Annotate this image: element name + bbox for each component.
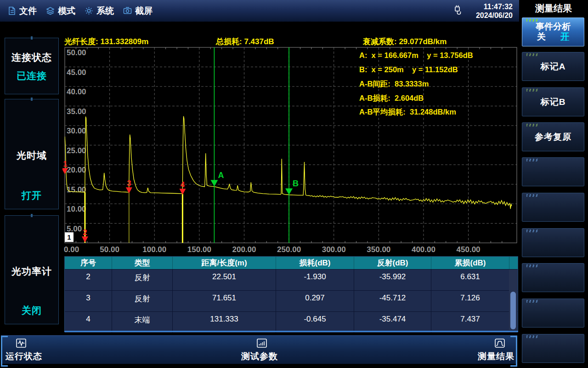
- event-cell: -35.992: [354, 270, 431, 290]
- event-cell: 6.631: [431, 270, 509, 290]
- svg-text:2: 2: [83, 228, 87, 237]
- softkey-empty-9[interactable]: [522, 299, 584, 328]
- softkey-empty-10[interactable]: [522, 334, 584, 363]
- bottom-tab-运行状态[interactable]: 运行状态: [6, 338, 42, 362]
- svg-text:1: 1: [63, 160, 67, 168]
- menu-item-4[interactable]: 截屏: [123, 5, 153, 17]
- softkey-标记B[interactable]: 标记B: [522, 87, 584, 116]
- event-row-3[interactable]: 3反射71.6510.297-45.7127.126: [65, 290, 518, 311]
- svg-text:25.00: 25.00: [67, 146, 86, 155]
- softkey-事件分析[interactable]: 事件分析关开: [522, 17, 584, 46]
- softkey-label: 标记B: [522, 88, 584, 116]
- event-cell: -0.645: [276, 312, 354, 333]
- svg-text:150.00: 150.00: [187, 245, 211, 254]
- event-cell: 7.437: [431, 312, 509, 333]
- menu-item-1[interactable]: 文件: [8, 5, 37, 17]
- bottom-tab-测量结果[interactable]: 测量结果: [478, 338, 514, 362]
- file-icon: [8, 6, 16, 15]
- softkey-label: [522, 193, 584, 221]
- svg-text:300.00: 300.00: [322, 245, 346, 254]
- svg-text:50.00: 50.00: [100, 245, 119, 254]
- event-cell: -35.474: [354, 312, 431, 333]
- event-cell: 7.126: [431, 291, 509, 311]
- menu-item-2[interactable]: 模式: [46, 5, 75, 17]
- svg-text:10.00: 10.00: [67, 205, 86, 213]
- menu-label: 模式: [58, 5, 75, 17]
- softkey-empty-7[interactable]: [522, 228, 584, 257]
- svg-text:350.00: 350.00: [367, 245, 390, 254]
- table-scrollbar-thumb[interactable]: [510, 292, 516, 329]
- svg-text:35.00: 35.00: [67, 107, 86, 116]
- event-cell: 反射: [112, 291, 173, 311]
- event-cell: 末端: [112, 312, 173, 333]
- marker-readout: A: x = 166.667m y = 13.756dBB: x = 250m …: [359, 51, 520, 121]
- bottom-tab-label: 运行状态: [6, 351, 42, 362]
- sidebar-title: 测量结果: [519, 2, 588, 15]
- top-status: 11:47:32 2024/06/20: [452, 2, 519, 20]
- bottom-tab-测试参数[interactable]: 测试参数: [241, 338, 278, 362]
- col-header-2: 类型: [112, 257, 173, 269]
- softkey-标记A[interactable]: 标记A: [522, 52, 584, 81]
- bottom-tab-bar: 运行状态测试参数测量结果: [1, 335, 517, 364]
- svg-text:4: 4: [181, 180, 185, 189]
- event-row-2[interactable]: 2反射22.501-1.930-35.9926.631: [65, 269, 518, 290]
- svg-text:5.00: 5.00: [67, 224, 82, 233]
- layers-icon: [46, 6, 55, 15]
- event-cell: 22.501: [173, 270, 276, 290]
- status-panel-连接状态[interactable]: 连接状态已连接: [5, 38, 59, 94]
- svg-text:30.00: 30.00: [67, 126, 86, 135]
- softkey-sidebar: 测量结果 事件分析关开标记A标记B参考复原: [519, 0, 588, 368]
- date-text: 2024/06/20: [476, 11, 513, 20]
- event-cell: 2: [65, 270, 112, 290]
- softkey-empty-8[interactable]: [522, 263, 584, 292]
- bars-icon: [256, 338, 278, 350]
- svg-text:0.00: 0.00: [64, 245, 79, 254]
- event-cell: 71.651: [173, 291, 276, 311]
- softkey-label: 参考复原: [522, 123, 584, 151]
- col-header-3: 距离/长度(m): [173, 257, 276, 269]
- bottom-tab-label: 测量结果: [478, 351, 514, 362]
- softkey-label: [522, 299, 584, 327]
- panel-value: 关闭: [5, 304, 58, 317]
- event-table-body: 2反射22.501-1.930-35.9926.6313反射71.6510.29…: [65, 269, 518, 333]
- softkey-label: [522, 334, 584, 362]
- svg-text:A: A: [218, 171, 224, 180]
- event-table: 序号类型距离/长度(m)损耗(dB)反射(dB)累损(dB) 2反射22.501…: [64, 256, 518, 331]
- svg-text:400.00: 400.00: [412, 245, 435, 254]
- softkey-label: [522, 158, 584, 186]
- menu-item-3[interactable]: 系统: [85, 5, 114, 17]
- state-on-label[interactable]: 开: [560, 31, 569, 43]
- marker-readout-line: A-B损耗: 2.604dB: [359, 93, 520, 108]
- col-header-4: 损耗(dB): [276, 257, 354, 269]
- event-row-4[interactable]: 4末端131.333-0.645-35.4747.437: [65, 311, 518, 333]
- softkey-label: 标记A: [522, 52, 584, 80]
- panel-value: 打开: [5, 189, 58, 202]
- softkey-参考复原[interactable]: 参考复原: [522, 122, 584, 151]
- bottom-tab-label: 测试参数: [241, 351, 278, 362]
- clock: 11:47:32 2024/06/20: [476, 2, 513, 20]
- softkey-empty-5[interactable]: [522, 157, 584, 186]
- table-scrollbar[interactable]: [509, 270, 517, 330]
- event-table-header: 序号类型距离/长度(m)损耗(dB)反射(dB)累损(dB): [65, 257, 518, 269]
- svg-text:50.00: 50.00: [67, 48, 86, 57]
- svg-text:20.00: 20.00: [67, 166, 86, 174]
- svg-text:15.00: 15.00: [67, 185, 86, 194]
- time-text: 11:47:32: [476, 2, 513, 11]
- event-cell: -1.930: [276, 270, 354, 290]
- menu-label: 系统: [96, 5, 114, 17]
- state-off-label[interactable]: 关: [537, 31, 546, 43]
- marker-readout-line: A-B间距: 83.3333m: [359, 79, 520, 93]
- event-cell: 4: [65, 312, 112, 333]
- otdr-app: 文件模式系统截屏 11:47:32 2024/06/20 测量结果 事件: [0, 0, 588, 368]
- col-header-6: 累损(dB): [431, 257, 509, 269]
- marker-readout-line: B: x = 250m y = 11.152dB: [359, 65, 520, 80]
- menu-list: 文件模式系统截屏: [0, 5, 153, 17]
- softkey-empty-6[interactable]: [522, 193, 584, 222]
- camera-icon: [123, 7, 132, 15]
- event-cell: 131.333: [173, 312, 276, 333]
- status-panel-光功率计[interactable]: 光功率计关闭: [5, 215, 59, 324]
- menu-label: 文件: [19, 5, 37, 17]
- svg-text:45.00: 45.00: [67, 68, 86, 77]
- event-cell: -45.712: [354, 291, 431, 311]
- status-panel-光时域[interactable]: 光时域打开: [5, 99, 59, 209]
